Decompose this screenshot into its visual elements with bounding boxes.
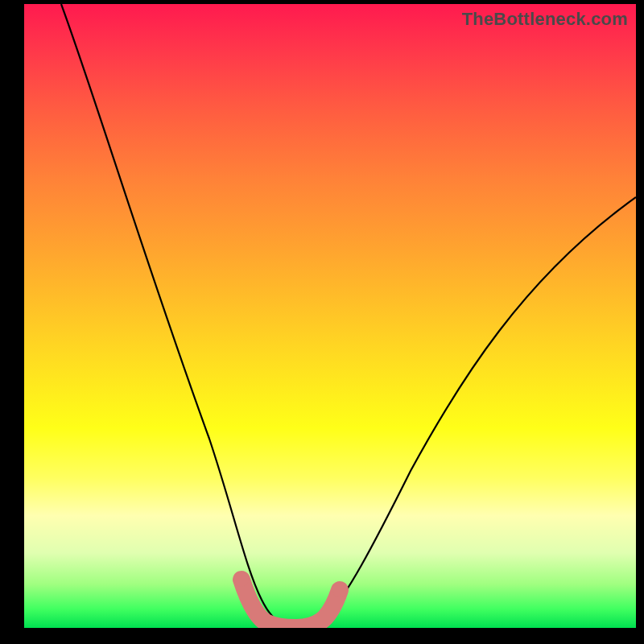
curve-layer: [24, 4, 636, 628]
chart-frame: TheBottleneck.com: [0, 0, 644, 644]
highlight-dot: [332, 583, 347, 597]
highlight-dot: [234, 572, 249, 587]
bottleneck-curve: [61, 4, 636, 625]
plot-area: TheBottleneck.com: [24, 4, 636, 628]
